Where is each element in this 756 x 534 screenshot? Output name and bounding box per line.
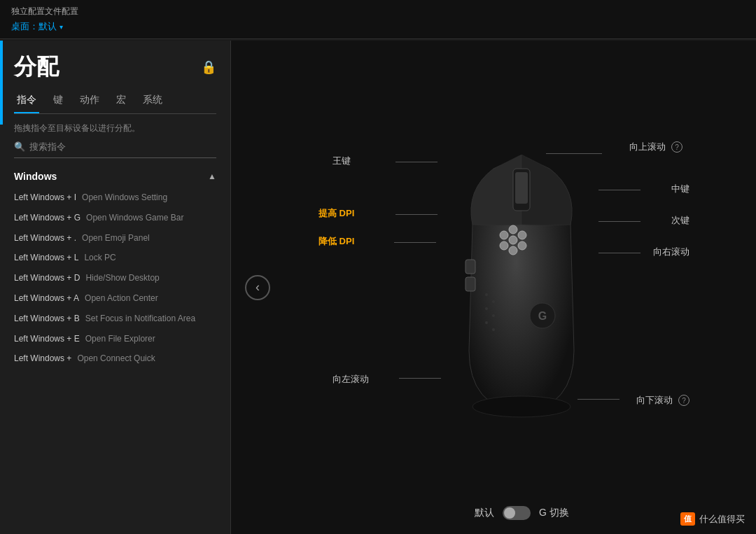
lock-icon: 🔒: [201, 59, 216, 75]
switch-label: G 切换: [539, 507, 569, 519]
svg-point-7: [518, 231, 526, 239]
svg-point-3: [500, 241, 508, 250]
profile-label: 桌面：默认: [11, 20, 57, 33]
svg-rect-10: [465, 277, 475, 291]
default-label: 默认: [475, 507, 494, 519]
list-item[interactable]: Left Windows + Open Connect Quick: [0, 349, 230, 369]
command-list: Windows ▲ Left Windows + I Open Windows …: [0, 165, 230, 534]
mouse-diagram: G 向上滚动 ? 中键 次键 向右滚: [276, 99, 710, 477]
list-item[interactable]: Left Windows + A Open Action Center: [0, 288, 230, 309]
header-profile[interactable]: 桌面：默认 ▾: [11, 20, 745, 33]
profile-toggle[interactable]: [503, 506, 531, 520]
scroll-down-label: 向下滚动 ?: [636, 394, 690, 407]
list-item[interactable]: Left Windows + B Set Focus in Notificati…: [0, 309, 230, 329]
svg-point-14: [492, 300, 495, 303]
search-input[interactable]: [29, 141, 216, 152]
scroll-right-label: 向右滚动: [653, 246, 690, 258]
search-icon: 🔍: [14, 141, 25, 152]
scroll-up-label: 向上滚动 ?: [629, 141, 682, 153]
dpi-up-label: 提高 DPI: [318, 207, 354, 220]
main-btn-label: 王键: [332, 155, 351, 167]
sidebar-top: 分配 🔒 指令 键 动作 宏 系统 拖拽指令至目标设备以进行分配。 🔍: [0, 41, 230, 165]
watermark: 值 什么值得买: [680, 512, 745, 526]
help-icon[interactable]: ?: [671, 141, 682, 153]
tab-macros[interactable]: 宏: [113, 88, 129, 113]
tabs: 指令 键 动作 宏 系统: [14, 88, 216, 114]
svg-point-6: [509, 246, 517, 255]
svg-point-17: [485, 321, 488, 324]
nav-back-button[interactable]: ‹: [245, 275, 270, 300]
list-item[interactable]: Left Windows + D Hide/Show Desktop: [0, 268, 230, 288]
chevron-up-icon: ▲: [208, 171, 216, 181]
svg-point-19: [472, 396, 570, 417]
middle-btn-line: [598, 190, 640, 190]
scroll-left-label: 向左滚动: [332, 373, 369, 386]
chevron-down-icon: ▾: [59, 23, 63, 31]
help-icon-2[interactable]: ?: [678, 395, 690, 406]
tab-system[interactable]: 系统: [140, 88, 165, 113]
list-item[interactable]: Left Windows + G Open Windows Game Bar: [0, 208, 230, 228]
svg-point-16: [492, 314, 495, 317]
scroll-left-line: [399, 378, 441, 379]
list-item[interactable]: Left Windows + L Lock PC: [0, 248, 230, 268]
watermark-badge: 值: [680, 512, 695, 526]
header: 独立配置文件配置 桌面：默认 ▾: [0, 0, 756, 39]
bottom-bar: 默认 G 切换: [475, 506, 569, 520]
svg-point-15: [485, 307, 488, 310]
header-title: 独立配置文件配置: [11, 6, 745, 17]
scroll-down-line: [578, 399, 620, 400]
tab-actions[interactable]: 动作: [77, 88, 102, 113]
toggle-knob: [504, 507, 515, 519]
tab-keys[interactable]: 键: [50, 88, 66, 113]
svg-point-4: [509, 225, 517, 234]
sub-btn-label: 次键: [671, 214, 690, 227]
list-item[interactable]: Left Windows + E Open File Explorer: [0, 329, 230, 349]
list-item[interactable]: Left Windows + . Open Emoji Panel: [0, 228, 230, 248]
mouse-image: G: [451, 155, 592, 421]
svg-point-13: [485, 293, 488, 296]
middle-btn-label: 中键: [671, 183, 690, 195]
svg-point-8: [518, 241, 526, 250]
svg-point-5: [509, 236, 517, 244]
accent-bar: [0, 41, 3, 125]
svg-rect-9: [465, 260, 475, 274]
sub-btn-line: [598, 221, 640, 222]
sidebar: 分配 🔒 指令 键 动作 宏 系统 拖拽指令至目标设备以进行分配。 🔍 Wind…: [0, 41, 231, 534]
watermark-text: 什么值得买: [699, 513, 745, 526]
dpi-up-line: [396, 214, 438, 215]
sidebar-title: 分配 🔒: [14, 52, 216, 83]
section-windows[interactable]: Windows ▲: [0, 165, 230, 188]
instruction: 拖拽指令至目标设备以进行分配。: [14, 122, 216, 134]
scroll-right-line: [598, 253, 640, 253]
dpi-down-label: 降低 DPI: [318, 235, 354, 248]
svg-point-18: [492, 328, 495, 331]
tab-commands[interactable]: 指令: [14, 88, 39, 113]
dpi-down-line: [394, 242, 436, 243]
list-item[interactable]: Left Windows + I Open Windows Setting: [0, 188, 230, 208]
svg-point-2: [500, 231, 508, 239]
main-btn-line: [396, 162, 438, 162]
search-bar: 🔍: [14, 141, 216, 158]
svg-rect-1: [515, 172, 528, 204]
main-area: ‹: [231, 41, 756, 534]
svg-text:G: G: [538, 310, 547, 322]
scroll-up-line: [546, 153, 602, 154]
